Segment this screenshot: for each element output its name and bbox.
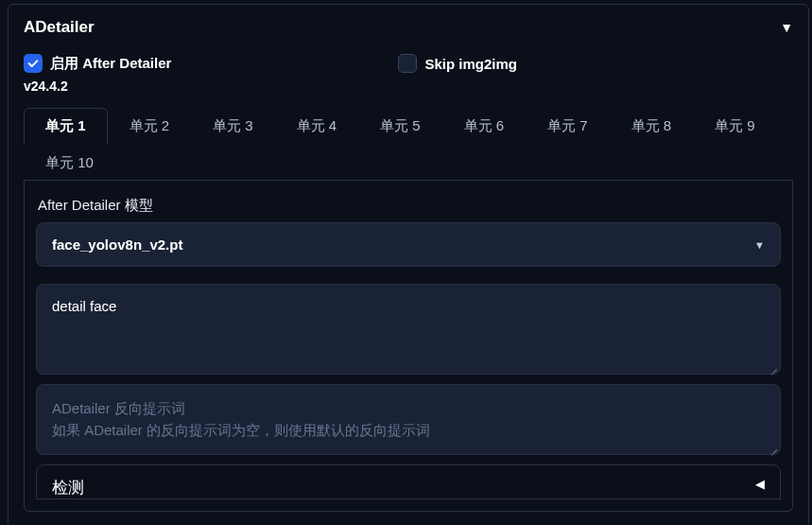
tab-unit-3[interactable]: 单元 3	[191, 108, 275, 145]
negative-prompt-textarea[interactable]: ADetailer 反向提示词 如果 ADetailer 的反向提示词为空，则使…	[36, 384, 781, 455]
adetailer-panel: ADetailer ▼ 启用 After Detailer Skip img2i…	[8, 4, 809, 525]
detection-title: 检测	[52, 477, 84, 499]
enable-label: 启用 After Detailer	[50, 55, 171, 73]
chevron-down-icon: ▼	[754, 239, 765, 251]
resize-handle-icon[interactable]	[768, 442, 777, 451]
model-field-label: After Detailer 模型	[36, 195, 781, 222]
model-select-value: face_yolov8n_v2.pt	[52, 236, 182, 253]
tab-unit-1[interactable]: 单元 1	[24, 108, 108, 145]
tab-unit-6[interactable]: 单元 6	[442, 108, 527, 145]
negative-placeholder-line1: ADetailer 反向提示词	[52, 398, 765, 420]
expand-left-icon[interactable]: ◀	[755, 477, 765, 491]
panel-title: ADetailer	[24, 18, 95, 37]
skip-checkbox-item[interactable]: Skip img2img	[398, 54, 517, 73]
model-select[interactable]: face_yolov8n_v2.pt ▼	[36, 222, 781, 267]
collapse-icon[interactable]: ▼	[780, 20, 793, 35]
prompt-textarea[interactable]: detail face	[36, 284, 781, 375]
negative-placeholder-line2: 如果 ADetailer 的反向提示词为空，则使用默认的反向提示词	[52, 420, 765, 442]
enable-checkbox[interactable]	[24, 54, 43, 73]
panel-body: 启用 After Detailer Skip img2img v24.4.2 单…	[9, 44, 808, 525]
checkbox-row: 启用 After Detailer Skip img2img	[24, 44, 793, 77]
tabs-row: 单元 1 单元 2 单元 3 单元 4 单元 5 单元 6 单元 7 单元 8 …	[24, 107, 793, 181]
tab-unit-4[interactable]: 单元 4	[275, 108, 359, 145]
skip-checkbox[interactable]	[398, 54, 417, 73]
resize-handle-icon[interactable]	[768, 361, 777, 371]
panel-header[interactable]: ADetailer ▼	[9, 5, 808, 44]
tab-unit-5[interactable]: 单元 5	[358, 108, 442, 145]
prompt-value: detail face	[52, 298, 116, 314]
tab-content: After Detailer 模型 face_yolov8n_v2.pt ▼ d…	[24, 180, 793, 512]
tab-unit-9[interactable]: 单元 9	[693, 108, 777, 145]
tab-unit-8[interactable]: 单元 8	[610, 108, 694, 145]
detection-header[interactable]: 检测 ◀	[36, 464, 781, 499]
tab-unit-10[interactable]: 单元 10	[24, 145, 115, 181]
tab-unit-2[interactable]: 单元 2	[108, 108, 192, 145]
skip-label: Skip img2img	[424, 56, 517, 72]
enable-checkbox-item[interactable]: 启用 After Detailer	[24, 54, 171, 73]
version-label: v24.4.2	[24, 77, 793, 107]
tab-unit-7[interactable]: 单元 7	[526, 108, 610, 145]
